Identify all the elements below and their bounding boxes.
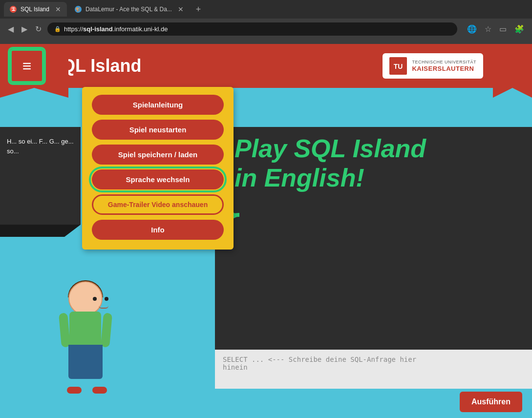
translate-icon[interactable]: 🌐: [465, 22, 479, 36]
tab-datalemur-close[interactable]: ✕: [178, 5, 184, 13]
reload-button[interactable]: ↻: [33, 22, 43, 36]
char-right-eye: [105, 297, 108, 301]
dropdown-menu: Spielanleitung Spiel neustarten Spiel sp…: [82, 87, 234, 250]
char-head: [68, 281, 103, 315]
execute-button[interactable]: Ausführen: [460, 392, 522, 412]
forward-button[interactable]: ▶: [20, 22, 29, 36]
new-tab-button[interactable]: +: [192, 2, 205, 16]
char-left-eye: [93, 297, 97, 301]
address-bar[interactable]: 🔒 https://sql-island.informatik.uni-kl.d…: [47, 22, 457, 36]
tab-bar: 🏝 SQL Island ✕ 🐒 DataLemur - Ace the SQL…: [0, 0, 532, 19]
browser-actions: 🌐 ☆ ▭ 🧩: [465, 22, 526, 36]
char-mouth: [99, 306, 108, 309]
menu-item-spielanleitung[interactable]: Spielanleitung: [92, 95, 224, 115]
tab-datalemur[interactable]: 🐒 DataLemur - Ace the SQL & Da... ✕: [69, 2, 190, 17]
character-sprite: [51, 281, 120, 394]
header-banner: ≡ SQL Island TU Technische Universität K…: [0, 44, 532, 88]
address-bar-row: ◀ ▶ ↻ 🔒 https://sql-island.informatik.un…: [0, 19, 532, 39]
play-text-line2: in English!: [234, 164, 426, 193]
sql-placeholder-text: SELECT ... <--- Schreibe deine SQL-Anfra…: [223, 355, 416, 371]
sql-input-area[interactable]: SELECT ... <--- Schreibe deine SQL-Anfra…: [215, 350, 532, 389]
tab-sql-island-label: SQL Island: [21, 6, 49, 13]
datalemur-tab-icon: 🐒: [75, 6, 82, 13]
extensions-icon[interactable]: 🧩: [512, 22, 526, 36]
tab-sql-island[interactable]: 🏝 SQL Island ✕: [4, 2, 67, 17]
lock-icon: 🔒: [54, 26, 61, 32]
ribbon-right-decoration: [493, 44, 532, 88]
left-panel-text: H... so ei... F... G... ge... so...: [7, 138, 74, 155]
menu-item-sprache-wechseln[interactable]: Sprache wechseln: [92, 169, 224, 189]
hamburger-icon: ≡: [22, 58, 32, 74]
left-panel: H... so ei... F... G... ge... so...: [0, 127, 81, 225]
page-title: SQL Island: [50, 56, 383, 76]
char-eyes: [93, 297, 108, 301]
char-left-shoe: [67, 387, 82, 394]
menu-item-spiel-neustarten[interactable]: Spiel neustarten: [92, 120, 224, 140]
back-button[interactable]: ◀: [6, 22, 16, 36]
menu-item-spiel-speichern[interactable]: Spiel speichern / laden: [92, 145, 224, 165]
menu-item-info[interactable]: Info: [92, 220, 224, 240]
browser-chrome: 🏝 SQL Island ✕ 🐒 DataLemur - Ace the SQL…: [0, 0, 532, 44]
uni-logo-icon: TU: [389, 57, 407, 75]
university-logo: TU Technische Universität Kaiserslautern: [383, 53, 483, 79]
tab-datalemur-label: DataLemur - Ace the SQL & Da...: [85, 6, 172, 13]
char-right-arm: [101, 313, 112, 347]
play-text: Play SQL Island in English!: [234, 134, 426, 193]
svg-text:TU: TU: [394, 63, 403, 70]
bookmark-icon[interactable]: ☆: [483, 22, 493, 36]
address-text: https://sql-island.informatik.uni-kl.de: [64, 25, 168, 33]
char-pants: [68, 345, 103, 379]
uni-name-line2: Kaiserslautern: [412, 65, 476, 73]
char-left-arm: [59, 313, 70, 347]
uni-name-line1: Technische Universität: [412, 60, 476, 65]
menu-button[interactable]: ≡: [10, 49, 44, 83]
play-text-line1: Play SQL Island: [234, 134, 426, 164]
char-right-shoe: [92, 387, 107, 394]
uni-logo-text: Technische Universität Kaiserslautern: [412, 60, 476, 72]
sidebar-icon[interactable]: ▭: [497, 22, 509, 36]
sql-island-tab-icon: 🏝: [10, 6, 17, 13]
page-content: ≡ SQL Island TU Technische Universität K…: [0, 44, 532, 418]
tab-sql-island-close[interactable]: ✕: [55, 5, 61, 13]
menu-item-game-trailer[interactable]: Game-Trailer Video anschauen: [92, 194, 224, 215]
